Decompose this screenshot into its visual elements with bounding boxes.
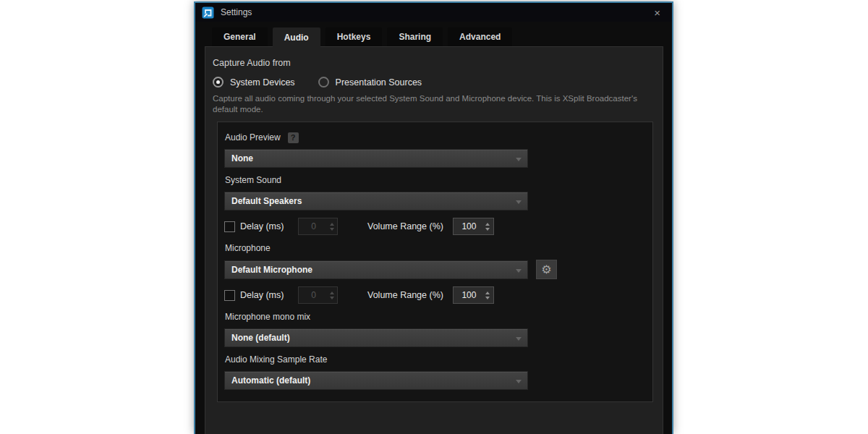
- capture-audio-from-label: Capture Audio from: [213, 58, 655, 68]
- tab-sharing[interactable]: Sharing: [387, 27, 443, 46]
- audio-preview-value: None: [231, 153, 253, 163]
- chevron-down-icon: [516, 158, 522, 161]
- radio-presentation-sources-circle: [318, 77, 329, 88]
- help-icon[interactable]: ?: [288, 132, 299, 143]
- radio-system-devices-label: System Devices: [230, 77, 295, 88]
- system-delay-label: Delay (ms): [240, 221, 288, 231]
- audio-preview-label-row: Audio Preview ?: [225, 132, 645, 143]
- microphone-label: Microphone: [225, 243, 645, 254]
- audio-preview-label: Audio Preview: [225, 132, 281, 143]
- system-sound-dropdown[interactable]: Default Speakers: [224, 192, 528, 210]
- mono-mix-value: None (default): [231, 333, 290, 343]
- tab-hotkeys[interactable]: Hotkeys: [326, 27, 383, 46]
- tab-advanced[interactable]: Advanced: [448, 27, 512, 46]
- window-title: Settings: [221, 7, 252, 17]
- xsplit-logo-icon: [202, 7, 214, 19]
- system-sound-label: System Sound: [225, 175, 645, 186]
- microphone-settings-button[interactable]: ⚙: [536, 260, 557, 279]
- chevron-down-icon: [516, 269, 522, 273]
- close-button[interactable]: ×: [649, 7, 665, 19]
- system-delay-spinner[interactable]: 0: [298, 218, 338, 235]
- spinner-arrows-icon[interactable]: [328, 223, 337, 231]
- microphone-dropdown-row: Default Microphone ⚙: [224, 260, 645, 279]
- microphone-volume-range-label: Volume Range (%): [367, 290, 443, 300]
- system-volume-range-label: Volume Range (%): [367, 221, 443, 231]
- capture-mode-description: Capture all audio coming through your se…: [213, 93, 655, 115]
- microphone-delay-row: Delay (ms) 0 Volume Range (%) 100: [224, 286, 645, 305]
- chevron-down-icon: [516, 380, 522, 383]
- system-delay-value: 0: [299, 221, 328, 231]
- system-volume-value: 100: [454, 221, 485, 231]
- tab-audio[interactable]: Audio: [273, 27, 320, 47]
- radio-system-devices-circle: [213, 77, 224, 88]
- microphone-delay-value: 0: [299, 290, 328, 300]
- system-volume-spinner[interactable]: 100: [453, 218, 494, 235]
- sample-rate-dropdown[interactable]: Automatic (default): [224, 371, 528, 390]
- radio-system-devices[interactable]: System Devices: [213, 77, 295, 88]
- chevron-down-icon: [516, 337, 522, 341]
- sample-rate-label: Audio Mixing Sample Rate: [225, 354, 645, 365]
- system-delay-checkbox[interactable]: [224, 221, 235, 232]
- spinner-arrows-icon[interactable]: [485, 223, 493, 231]
- mono-mix-label: Microphone mono mix: [225, 312, 645, 323]
- radio-presentation-sources-label: Presentation Sources: [336, 77, 422, 88]
- microphone-delay-checkbox[interactable]: [224, 290, 235, 301]
- sample-rate-value: Automatic (default): [231, 375, 310, 386]
- audio-tab-page: Capture Audio from System Devices Presen…: [205, 46, 663, 434]
- microphone-volume-value: 100: [454, 290, 485, 300]
- chevron-down-icon: [516, 200, 522, 204]
- titlebar[interactable]: Settings ×: [195, 3, 672, 22]
- settings-window: Settings × General Audio Hotkeys Sharing…: [194, 1, 673, 434]
- gear-icon: ⚙: [541, 264, 551, 276]
- microphone-delay-spinner[interactable]: 0: [298, 286, 338, 304]
- capture-source-radio-group: System Devices Presentation Sources: [213, 77, 655, 88]
- spinner-arrows-icon[interactable]: [485, 292, 493, 299]
- microphone-value: Default Microphone: [231, 265, 312, 275]
- tab-bar: General Audio Hotkeys Sharing Advanced: [195, 27, 672, 46]
- microphone-delay-label: Delay (ms): [240, 290, 288, 300]
- spinner-arrows-icon[interactable]: [328, 292, 337, 299]
- tab-general[interactable]: General: [212, 27, 268, 46]
- audio-preview-dropdown[interactable]: None: [224, 149, 528, 168]
- audio-settings-panel: Audio Preview ? None System Sound Defaul…: [217, 122, 653, 402]
- system-sound-value: Default Speakers: [231, 196, 302, 206]
- mono-mix-dropdown[interactable]: None (default): [224, 328, 528, 347]
- microphone-dropdown[interactable]: Default Microphone: [224, 260, 528, 279]
- system-sound-delay-row: Delay (ms) 0 Volume Range (%) 100: [224, 217, 645, 236]
- radio-presentation-sources[interactable]: Presentation Sources: [318, 77, 422, 88]
- microphone-volume-spinner[interactable]: 100: [453, 286, 494, 304]
